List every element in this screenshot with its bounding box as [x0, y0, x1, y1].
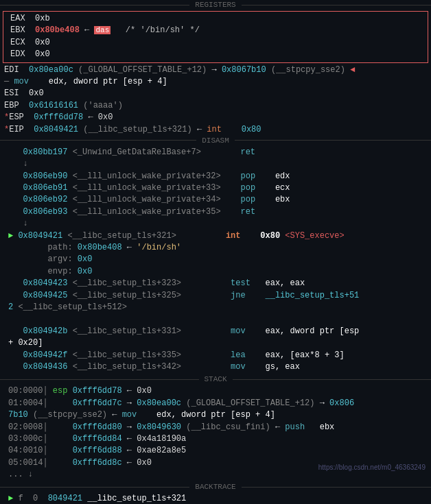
registers-box: EAX 0xb EBX 0x80be408 ← das /* '/bin/sh'… [3, 11, 428, 63]
stack-line-4: 04:0010│ 0xfff6dd88 ← 0xae82a8e5 [4, 445, 427, 457]
reg-eip: *EIP 0x8049421 (__libc_setup_tls+321) ← … [0, 124, 431, 136]
reg-esp: *ESP 0xfff6dd78 ← 0x0 [0, 112, 431, 123]
reg-ecx: ECX 0x0 [6, 37, 425, 49]
stack-line-1b: 7b10 (__stpcpy_sse2) ← mov edx, dword pt… [4, 409, 427, 421]
disasm-line-2: 0x806eb90 <__lll_unlock_wake_private+32>… [4, 171, 427, 182]
reg-edi: EDI 0x80ea00c (_GLOBAL_OFFSET_TABLE_+12)… [0, 64, 431, 76]
disasm-line-5: 0x806eb93 <__lll_unlock_wake_private+35>… [4, 206, 427, 218]
disasm-line-8: 0x804942b <__libc_setup_tls+331> mov eax… [4, 326, 427, 337]
disasm-arrow-1: ↓ [4, 158, 427, 170]
disasm-line-9: 0x804942f <__libc_setup_tls+335> lea eax… [4, 350, 427, 361]
disasm-envp: envp: 0x0 [4, 266, 427, 278]
stack-line-3: 03:000c│ 0xfff6dd84 ← 0x4a18190a [4, 433, 427, 445]
stack-header: STACK [0, 374, 431, 384]
disasm-line-6: 0x8049423 <__libc_setup_tls+323> test ea… [4, 278, 427, 289]
reg-ebp: EBP 0x61616161 ('aaaa') [0, 100, 431, 112]
disasm-content: 0x80bb197 <_Unwind_GetDataRelBase+7> ret… [0, 145, 431, 374]
watermark: https://blog.csdn.net/m0_46363249 [318, 464, 426, 471]
disasm-line-7: 0x8049425 <__libc_setup_tls+325> jne __l… [4, 290, 427, 302]
disasm-argv: argv: 0x0 [4, 254, 427, 265]
backtrace-content: ► f 0 8049421 __libc_setup_tls+321 f 1 1 [0, 492, 431, 504]
edi-mov: ─ mov edx, dword ptr [esp + 4] [0, 76, 431, 88]
backtrace-header: BACKTRACE [0, 482, 431, 492]
disasm-line-1: 0x80bb197 <_Unwind_GetDataRelBase+7> ret [4, 147, 427, 158]
disasm-line-8b: + 0x20] [4, 337, 427, 349]
disasm-arrow-2: ↓ [4, 218, 427, 230]
terminal-window: REGISTERS EAX 0xb EBX 0x80be408 ← das /*… [0, 0, 431, 504]
stack-line-1: 01:0004│ 0xfff6dd7c → 0x80ea00c (_GLOBAL… [4, 398, 427, 409]
reg-esi: ESI 0x0 [0, 88, 431, 99]
disasm-line-3: 0x806eb91 <__lll_unlock_wake_private+33>… [4, 182, 427, 194]
disasm-line-4: 0x806eb92 <__lll_unlock_wake_private+34>… [4, 194, 427, 206]
stack-line-2: 02:0008│ 0xfff6dd80 → 0x8049630 (__libc_… [4, 422, 427, 433]
disasm-spacer [4, 313, 427, 325]
disasm-current: ► 0x8049421 <__libc_setup_tls+321> int 0… [4, 230, 427, 242]
disasm-header: DISASM [0, 136, 431, 145]
reg-edx: EDX 0x0 [6, 49, 425, 60]
stack-line-0: 00:0000│ esp 0xfff6dd78 ← 0x0 [4, 385, 427, 397]
registers-header: REGISTERS [0, 0, 431, 10]
disasm-line-7b: 2 <__libc_setup_tls+512> [4, 302, 427, 313]
reg-eax: EAX 0xb [6, 13, 425, 25]
backtrace-line-0: ► f 0 8049421 __libc_setup_tls+321 [4, 493, 427, 504]
disasm-line-10: 0x8049436 <__libc_setup_tls+342> mov gs,… [4, 361, 427, 373]
disasm-path: path: 0x80be408 ← '/bin/sh' [4, 242, 427, 254]
reg-ebx: EBX 0x80be408 ← das /* '/bin/sh' */ [6, 25, 425, 36]
